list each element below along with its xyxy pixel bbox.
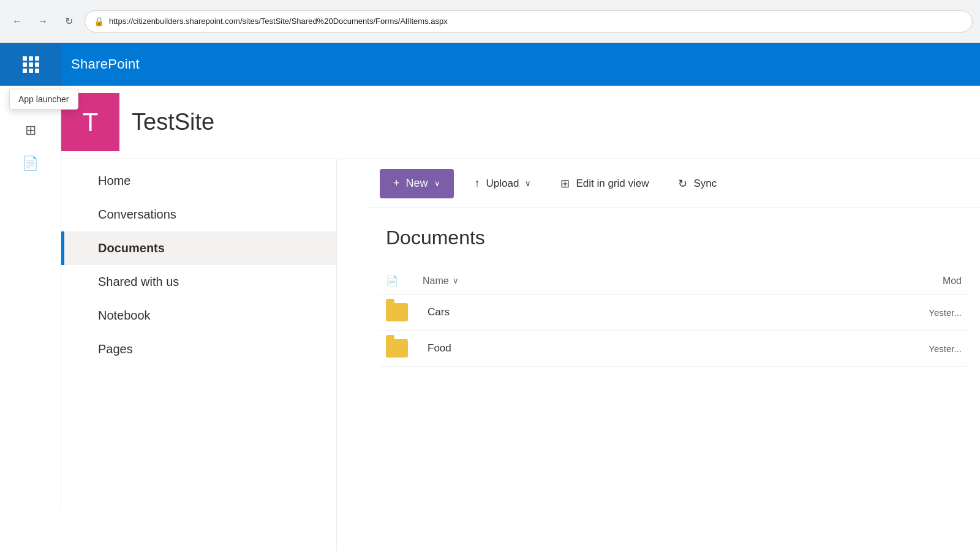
nav-item-shared[interactable]: Shared with us xyxy=(61,265,336,299)
toolbar: + New ∨ ↑ Upload ∨ ⊞ Edit in grid view ↻… xyxy=(368,159,980,208)
sp-header: SharePoint App launcher xyxy=(0,43,980,86)
sidebar-doc-button[interactable]: 📄 xyxy=(15,148,46,179)
grid-dots-icon xyxy=(23,56,39,73)
header-file-icon: 📄 xyxy=(386,275,423,287)
nav-item-notebook[interactable]: Notebook xyxy=(61,299,336,332)
app-launcher-tooltip: App launcher xyxy=(9,89,78,110)
header-modified: Mod xyxy=(839,276,962,287)
sync-button[interactable]: ↻ Sync xyxy=(669,170,725,197)
sync-icon: ↻ xyxy=(678,177,687,190)
browser-chrome: ← → ↻ 🔒 https://citizenbuilders.sharepoi… xyxy=(0,0,980,43)
refresh-button[interactable]: ↻ xyxy=(59,12,78,31)
sort-icon: ∨ xyxy=(453,276,459,285)
nav-item-home[interactable]: Home xyxy=(61,164,336,198)
upload-icon: ↑ xyxy=(475,177,480,190)
forward-button[interactable]: → xyxy=(33,12,53,31)
icon-sidebar: ⌂ 🌐 ⊞ 📄 xyxy=(0,43,61,508)
folder-icon-cars xyxy=(386,303,423,321)
nav-item-documents[interactable]: Documents xyxy=(61,231,336,265)
site-header: ⌂ 🌐 ⊞ 📄 T TestSite xyxy=(0,86,980,159)
table-header: 📄 Name ∨ Mod xyxy=(380,268,968,294)
nav-item-pages[interactable]: Pages xyxy=(61,332,336,366)
main-layout: Home Conversations Documents Shared with… xyxy=(0,159,980,551)
folder-icon-food xyxy=(386,339,423,358)
back-button[interactable]: ← xyxy=(7,12,27,31)
table-row[interactable]: Cars Yester... xyxy=(380,294,968,331)
app-launcher-button[interactable] xyxy=(0,43,61,86)
address-bar[interactable]: 🔒 https://citizenbuilders.sharepoint.com… xyxy=(85,10,973,32)
url-text: https://citizenbuilders.sharepoint.com/s… xyxy=(109,17,448,26)
doc-modified-food: Yester... xyxy=(839,343,962,354)
doc-modified-cars: Yester... xyxy=(839,307,962,318)
content-area: + New ∨ ↑ Upload ∨ ⊞ Edit in grid view ↻… xyxy=(337,159,980,551)
documents-title: Documents xyxy=(380,227,968,249)
upload-chevron-icon: ∨ xyxy=(525,179,531,188)
doc-name-cars: Cars xyxy=(428,306,839,318)
table-row[interactable]: Food Yester... xyxy=(380,331,968,367)
new-chevron-icon: ∨ xyxy=(434,179,440,188)
edit-grid-button[interactable]: ⊞ Edit in grid view xyxy=(552,170,657,197)
doc-name-food: Food xyxy=(428,342,839,354)
new-plus-icon: + xyxy=(393,177,400,190)
documents-area: Documents 📄 Name ∨ Mod Cars Yester... xyxy=(368,208,980,551)
site-title: TestSite xyxy=(132,109,214,135)
header-name[interactable]: Name ∨ xyxy=(423,276,839,287)
app-container: SharePoint App launcher ⌂ 🌐 ⊞ 📄 T TestSi… xyxy=(0,43,980,551)
upload-button[interactable]: ↑ Upload ∨ xyxy=(466,170,540,197)
sharepoint-logo: SharePoint xyxy=(61,56,140,72)
new-button[interactable]: + New ∨ xyxy=(380,169,454,198)
edit-grid-icon: ⊞ xyxy=(560,177,570,190)
lock-icon: 🔒 xyxy=(94,17,104,26)
nav-item-conversations[interactable]: Conversations xyxy=(61,198,336,231)
sidebar-list-button[interactable]: ⊞ xyxy=(15,115,46,146)
